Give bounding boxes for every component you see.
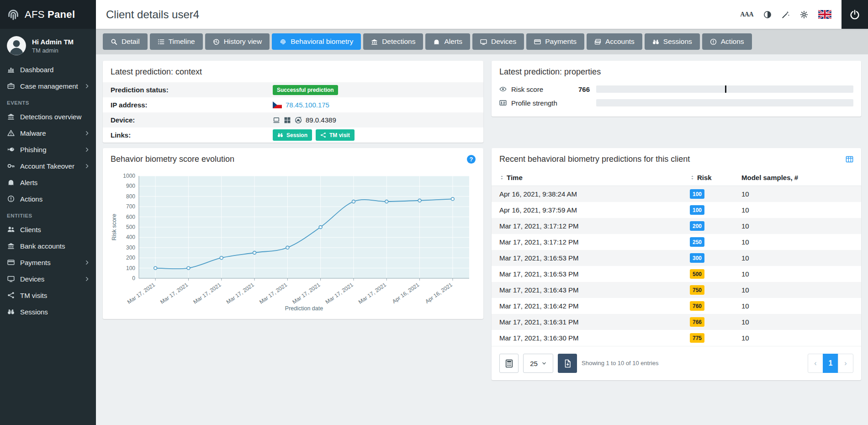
- predictions-table-title: Recent behavioral biometry predictions f…: [499, 154, 690, 164]
- table-header-row: Time Risk Model samples, #: [492, 170, 861, 186]
- tab-actions[interactable]: Actions: [702, 33, 752, 50]
- chevron-right-icon: [85, 84, 90, 89]
- language-flag-uk[interactable]: [818, 10, 831, 19]
- tab-behavioral-biometry[interactable]: Behavioral biometry: [272, 33, 361, 50]
- sidebar-item-account-takeover[interactable]: Account Takeover: [0, 158, 96, 174]
- table-row[interactable]: Mar 17, 2021, 3:17:12 PM25010: [492, 234, 861, 250]
- sidebar: AFS Panel Hi Admin TM TM admin Dashboard…: [0, 0, 96, 425]
- context-card-title: Latest prediction: context: [103, 61, 483, 82]
- tab-detections[interactable]: Detections: [363, 33, 423, 50]
- sidebar-item-actions[interactable]: Actions: [0, 191, 96, 207]
- tab-history-view[interactable]: History view: [205, 33, 270, 50]
- ip-address-row: IP address: 78.45.100.175: [103, 97, 483, 112]
- eye-icon: [499, 85, 507, 93]
- chevron-right-icon: [85, 147, 90, 152]
- links-label: Links:: [111, 131, 273, 139]
- table-row[interactable]: Mar 17, 2021, 3:16:31 PM76610: [492, 314, 861, 330]
- sidebar-item-clients[interactable]: Clients: [0, 221, 96, 238]
- predictions-table-card: Recent behavioral biometry predictions f…: [492, 148, 861, 380]
- app-logo-text: AFS Panel: [25, 9, 75, 21]
- risk-badge: 750: [690, 285, 704, 295]
- calculator-icon: [505, 359, 513, 368]
- svg-text:Apr 16, 2021: Apr 16, 2021: [424, 282, 454, 305]
- sort-icon[interactable]: [690, 175, 695, 180]
- sort-icon[interactable]: [499, 175, 504, 180]
- theme-brush-button[interactable]: [782, 11, 790, 19]
- svg-text:800: 800: [126, 193, 135, 200]
- column-header-time[interactable]: Time: [507, 174, 523, 181]
- pagination-page-1[interactable]: 1: [823, 354, 838, 373]
- pagination-prev[interactable]: ‹: [808, 354, 823, 373]
- power-logout-button[interactable]: [842, 0, 868, 29]
- contrast-toggle-button[interactable]: [763, 11, 772, 19]
- sidebar-item-devices[interactable]: Devices: [0, 271, 96, 287]
- svg-text:Risk score: Risk score: [111, 214, 117, 240]
- sidebar-item-case-management[interactable]: Case management: [0, 78, 96, 94]
- table-row[interactable]: Mar 17, 2021, 3:16:53 PM30010: [492, 250, 861, 266]
- detections-icon: [371, 38, 378, 45]
- user-avatar: [6, 36, 26, 56]
- power-icon: [850, 10, 860, 20]
- fish-icon: [6, 146, 15, 153]
- risk-badge: 775: [690, 333, 704, 343]
- pagination-next[interactable]: ›: [838, 354, 853, 373]
- sidebar-item-bank-accounts[interactable]: Bank accounts: [0, 238, 96, 254]
- tab-alerts[interactable]: Alerts: [425, 33, 470, 50]
- table-row[interactable]: Mar 17, 2021, 3:16:30 PM77510: [492, 330, 861, 346]
- column-header-risk[interactable]: Risk: [697, 174, 712, 181]
- risk-badge: 500: [690, 269, 704, 279]
- table-row[interactable]: Mar 17, 2021, 3:16:43 PM75010: [492, 282, 861, 298]
- ip-address-link[interactable]: 78.45.100.175: [286, 101, 329, 109]
- table-options-button[interactable]: [499, 354, 519, 373]
- tab-accounts[interactable]: Accounts: [587, 33, 642, 50]
- prediction-status-row: Prediction status: Successful prediction: [103, 82, 483, 97]
- chevron-right-icon: [85, 131, 90, 136]
- table-row[interactable]: Mar 17, 2021, 3:17:12 PM20010: [492, 218, 861, 234]
- sidebar-menu: Dashboard Case management EVENTS Detecti…: [0, 61, 96, 320]
- svg-text:Mar 17, 2021: Mar 17, 2021: [225, 282, 255, 305]
- tab-sessions[interactable]: Sessions: [645, 33, 700, 50]
- sidebar-item-malware[interactable]: Malware: [0, 125, 96, 141]
- table-row[interactable]: Mar 17, 2021, 3:16:53 PM50010: [492, 266, 861, 282]
- sidebar-item-alerts[interactable]: Alerts: [0, 174, 96, 191]
- svg-text:200: 200: [126, 255, 135, 261]
- tab-payments[interactable]: Payments: [526, 33, 584, 50]
- windows-icon: [284, 117, 291, 124]
- table-icon[interactable]: [846, 155, 853, 163]
- help-icon[interactable]: [467, 155, 476, 164]
- tab-detail[interactable]: Detail: [103, 33, 148, 50]
- sidebar-item-sessions[interactable]: Sessions: [0, 303, 96, 320]
- sidebar-item-phishing[interactable]: Phishing: [0, 141, 96, 158]
- sidebar-section-entities: ENTITIES: [0, 207, 96, 221]
- table-row[interactable]: Apr 16, 2021, 9:38:24 AM10010: [492, 186, 861, 202]
- sidebar-item-payments[interactable]: Payments: [0, 254, 96, 271]
- history-icon: [213, 38, 220, 45]
- user-greeting: Hi Admin TM: [32, 38, 74, 46]
- actions-icon: [710, 38, 717, 45]
- sidebar-item-detections-overview[interactable]: Detections overview: [0, 108, 96, 125]
- table-footer: 25 Showing 1 to 10 of 10 entries ‹ 1 ›: [492, 346, 861, 380]
- bank-icon: [6, 242, 15, 250]
- tab-timeline[interactable]: Timeline: [150, 33, 203, 50]
- page-size-select[interactable]: 25: [523, 354, 553, 373]
- settings-button[interactable]: [800, 11, 808, 19]
- biometry-chart[interactable]: 01002003004005006007008009001000Mar 17, …: [111, 170, 476, 313]
- sidebar-item-dashboard[interactable]: Dashboard: [0, 61, 96, 78]
- export-button[interactable]: [558, 354, 577, 373]
- risk-score-bar: [596, 85, 853, 93]
- svg-text:400: 400: [126, 234, 135, 240]
- sidebar-item-tm-visits[interactable]: TM visits: [0, 287, 96, 303]
- svg-text:1000: 1000: [123, 173, 135, 179]
- font-size-button[interactable]: AAA: [740, 11, 753, 18]
- session-link-button[interactable]: Session: [273, 129, 312, 141]
- table-row[interactable]: Apr 16, 2021, 9:37:59 AM10010: [492, 202, 861, 218]
- chevron-right-icon: [85, 276, 90, 282]
- tm-visit-link-button[interactable]: TM visit: [316, 129, 355, 141]
- app-logo[interactable]: AFS Panel: [0, 0, 96, 29]
- svg-text:Mar 17, 2021: Mar 17, 2021: [324, 282, 355, 305]
- risk-threshold-marker: [725, 85, 726, 93]
- table-row[interactable]: Mar 17, 2021, 3:16:42 PM76010: [492, 298, 861, 314]
- svg-text:900: 900: [126, 183, 135, 189]
- tab-devices[interactable]: Devices: [472, 33, 524, 50]
- profile-strength-row: Profile strength: [492, 96, 861, 110]
